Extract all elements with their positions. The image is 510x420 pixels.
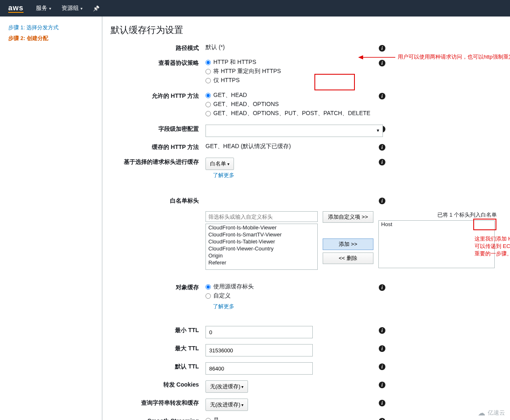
label-allowed-http: 允许的 HTTP 方法	[111, 92, 205, 100]
label-max-ttl: 最大 TTL	[111, 344, 205, 352]
radio-oc-1[interactable]: 使用源缓存标头	[205, 283, 379, 290]
pin-icon[interactable]	[93, 5, 99, 12]
nav-services[interactable]: 服务	[36, 5, 51, 12]
radio-http-3[interactable]: GET、HEAD、OPTIONS、PUT、POST、PATCH、DELETE	[205, 110, 379, 117]
whitelist-select-button[interactable]: 白名单	[205, 158, 234, 170]
label-smooth-streaming: Smooth Streaming	[111, 417, 205, 420]
value-path-pattern: 默认 (*)	[205, 44, 379, 51]
list-item[interactable]: CloudFront-Is-SmartTV-Viewer	[206, 231, 317, 238]
list-item[interactable]: CloudFront-Viewer-Country	[206, 245, 317, 252]
label-cached-http: 缓存的 HTTP 方法	[111, 143, 205, 151]
radio-http-2[interactable]: GET、HEAD、OPTIONS	[205, 101, 379, 108]
input-default-ttl[interactable]	[205, 362, 313, 375]
info-icon[interactable]	[379, 45, 385, 52]
list-item[interactable]: CloudFront-Is-Tablet-Viewer	[206, 238, 317, 245]
radio-http-1[interactable]: GET、HEAD	[205, 92, 379, 99]
learn-more-link[interactable]: 了解更多	[213, 303, 234, 310]
radio-vp-2[interactable]: 将 HTTP 重定向到 HTTPS	[205, 68, 379, 75]
nav-resource-groups[interactable]: 资源组	[61, 5, 83, 12]
list-item[interactable]: Origin	[206, 252, 317, 259]
info-icon[interactable]	[379, 382, 385, 388]
info-icon[interactable]	[379, 400, 385, 406]
main-content: 默认缓存行为设置 路径模式 默认 (*) 查看器协议策略 HTTP 和 HTTP…	[102, 17, 510, 420]
value-cached-http: GET、HEAD (默认情况下已缓存)	[205, 143, 379, 150]
info-icon[interactable]	[379, 198, 385, 204]
available-headers-list[interactable]: CloudFront-Is-Mobile-ViewerCloudFront-Is…	[205, 224, 318, 270]
add-btn[interactable]: 添加 >>	[323, 238, 373, 250]
query-string-select[interactable]: 无(改进缓存)	[205, 399, 248, 411]
label-min-ttl: 最小 TTL	[111, 326, 205, 334]
forward-cookies-select[interactable]: 无(改进缓存)	[205, 380, 248, 393]
radio-oc-2[interactable]: 自定义	[205, 292, 379, 300]
learn-more-link[interactable]: 了解更多	[213, 172, 234, 179]
top-navbar: aws 服务 资源组	[0, 0, 510, 17]
whitelisted-count: 已将 1 个标头列入白名单	[378, 211, 502, 219]
remove-btn[interactable]: << 删除	[323, 252, 373, 264]
info-icon[interactable]	[379, 345, 385, 352]
info-icon[interactable]	[379, 418, 385, 420]
select-field-encryption[interactable]	[205, 125, 383, 137]
add-custom-btn[interactable]: 添加自定义项 >>	[323, 211, 373, 223]
info-icon[interactable]	[379, 60, 385, 66]
input-min-ttl[interactable]	[205, 326, 313, 338]
label-field-encryption: 字段级加密配置	[111, 125, 205, 133]
info-icon[interactable]	[379, 284, 385, 291]
aws-logo: aws	[8, 4, 24, 13]
input-max-ttl[interactable]	[205, 344, 313, 356]
list-item[interactable]: Referer	[206, 259, 317, 266]
step-2-link[interactable]: 步骤 2: 创建分配	[8, 35, 102, 42]
info-icon[interactable]	[379, 144, 385, 151]
info-icon[interactable]	[379, 93, 385, 99]
info-icon[interactable]	[379, 327, 385, 334]
label-query-string: 查询字符串转发和缓存	[111, 399, 205, 407]
svg-marker-1	[358, 55, 363, 59]
label-forward-cookies: 转发 Cookies	[111, 380, 205, 389]
watermark: 亿速云	[478, 408, 505, 418]
radio-vp-3[interactable]: 仅 HTTPS	[205, 77, 379, 84]
label-cache-headers: 基于选择的请求标头进行缓存	[111, 158, 205, 166]
annotation-text-2: 这里我们添加 Host 白名单，这样我们请求的 host 才可以传递到 EC2 …	[475, 235, 510, 257]
wizard-sidebar: 步骤 1: 选择分发方式 步骤 2: 创建分配	[0, 17, 102, 420]
radio-ss-yes[interactable]: 是	[205, 417, 379, 420]
radio-vp-1[interactable]: HTTP 和 HTTPS	[205, 59, 379, 66]
label-whitelist-headers: 白名单标头	[111, 196, 205, 205]
label-viewer-protocol: 查看器协议策略	[111, 59, 205, 67]
info-icon[interactable]	[379, 363, 385, 370]
info-icon[interactable]	[379, 159, 385, 165]
annotation-arrow-icon	[358, 54, 395, 60]
list-item[interactable]: CloudFront-Is-Mobile-Viewer	[206, 224, 317, 231]
label-default-ttl: 默认 TTL	[111, 362, 205, 370]
filter-headers-input[interactable]	[205, 211, 318, 222]
label-object-caching: 对象缓存	[111, 283, 205, 291]
label-path-pattern: 路径模式	[111, 44, 205, 52]
annotation-text-1: 用户可以使用两种请求访问，也可以http强制重定向到 https	[398, 53, 510, 61]
cloud-icon	[478, 408, 485, 418]
list-item[interactable]: Host	[379, 221, 494, 228]
step-1-link[interactable]: 步骤 1: 选择分发方式	[8, 24, 102, 31]
page-title: 默认缓存行为设置	[111, 24, 502, 36]
